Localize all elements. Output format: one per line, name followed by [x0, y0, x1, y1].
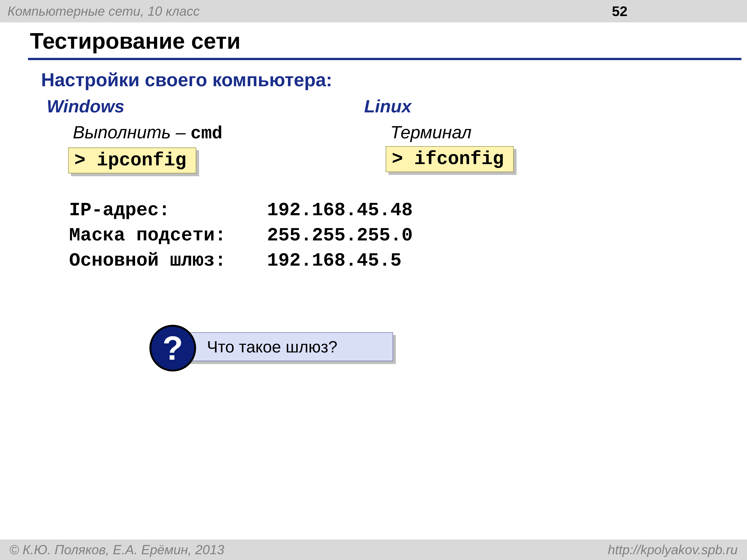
two-column-layout: Windows Выполнить – cmd > ipconfig Linux…: [41, 96, 717, 174]
table-row: IP-адрес: 192.168.45.48: [69, 198, 717, 223]
windows-command: > ipconfig: [68, 148, 196, 174]
linux-label: Linux: [364, 96, 717, 116]
page-number: 52: [612, 3, 740, 19]
linux-command: > ifconfig: [386, 146, 514, 172]
question-box: Что такое шлюз?: [182, 332, 393, 361]
table-row: Основной шлюз: 192.168.45.5: [69, 248, 717, 273]
windows-command-box: > ipconfig: [68, 148, 196, 174]
question-text: Что такое шлюз?: [207, 337, 337, 356]
ip-address-value: 192.168.45.48: [267, 198, 413, 223]
table-row: Маска подсети: 255.255.255.0: [69, 223, 717, 248]
copyright-text: © К.Ю. Поляков, Е.А. Ерёмин, 2013: [9, 542, 224, 557]
subnet-mask-value: 255.255.255.0: [267, 223, 413, 248]
header-bar: Компьютерные сети, 10 класс 52: [0, 0, 747, 22]
subnet-mask-label: Маска подсети:: [69, 223, 267, 248]
gateway-label: Основной шлюз:: [69, 248, 267, 273]
title-area: Тестирование сети: [30, 28, 717, 56]
question-mark-icon: ?: [149, 325, 196, 371]
linux-column: Linux Терминал > ifconfig: [359, 96, 717, 174]
section-heading: Настройки своего компьютера:: [41, 69, 717, 90]
terminal-text: Терминал: [390, 122, 471, 142]
windows-label: Windows: [47, 96, 359, 116]
run-text: Выполнить: [73, 122, 171, 142]
footer-bar: © К.Ю. Поляков, Е.А. Ерёмин, 2013 http:/…: [0, 539, 747, 560]
cmd-word: cmd: [190, 124, 223, 144]
title-underline: [28, 58, 741, 60]
network-info-table: IP-адрес: 192.168.45.48 Маска подсети: 2…: [69, 198, 717, 273]
windows-run-line: Выполнить – cmd: [73, 122, 359, 144]
content-area: Настройки своего компьютера: Windows Вып…: [41, 69, 717, 273]
subject-label: Компьютерные сети, 10 класс: [7, 4, 612, 19]
linux-terminal-line: Терминал: [390, 122, 717, 142]
windows-column: Windows Выполнить – cmd > ipconfig: [41, 96, 359, 174]
page-title: Тестирование сети: [30, 28, 717, 56]
dash: –: [171, 122, 191, 142]
footer-url: http://kpolyakov.spb.ru: [608, 542, 738, 557]
ip-address-label: IP-адрес:: [69, 198, 267, 223]
linux-command-box: > ifconfig: [386, 146, 514, 172]
gateway-value: 192.168.45.5: [267, 248, 402, 273]
